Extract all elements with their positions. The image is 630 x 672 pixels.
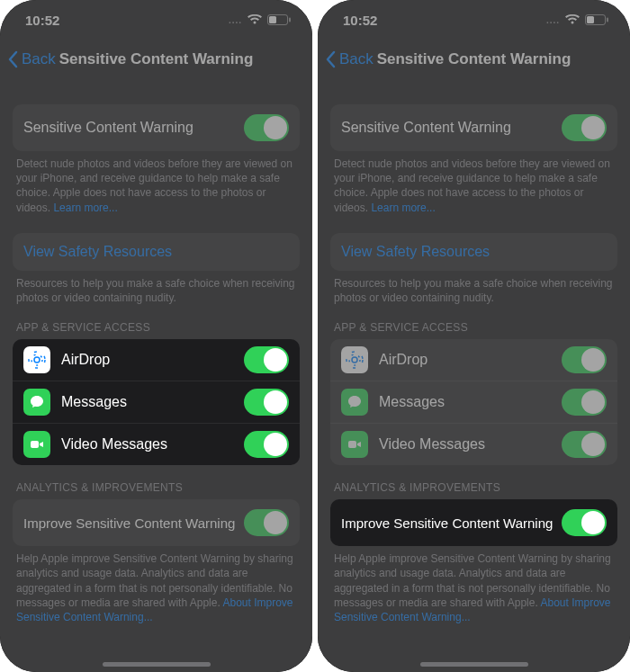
apps-section-header: APP & SERVICE ACCESS — [334, 321, 614, 334]
messages-label: Messages — [61, 394, 233, 410]
battery-icon — [585, 14, 608, 25]
sensitive-warning-footer: Detect nude photos and videos before the… — [13, 157, 300, 215]
video-messages-icon — [23, 431, 50, 458]
view-safety-resources-row[interactable]: View Safety Resources — [330, 233, 617, 271]
chevron-left-icon — [325, 50, 336, 68]
svg-rect-2 — [289, 18, 291, 22]
sensitive-warning-row[interactable]: Sensitive Content Warning — [13, 104, 300, 151]
status-time: 10:52 — [25, 13, 59, 28]
sensitive-warning-label: Sensitive Content Warning — [23, 120, 194, 136]
improve-warning-row[interactable]: Improve Sensitive Content Warning — [13, 499, 300, 546]
improve-warning-toggle[interactable] — [562, 509, 607, 536]
battery-icon — [267, 14, 291, 25]
learn-more-link[interactable]: Learn more... — [53, 202, 117, 214]
improve-warning-label: Improve Sensitive Content Warning — [341, 515, 553, 531]
sensitive-warning-footer: Detect nude photos and videos before the… — [330, 157, 617, 215]
svg-rect-8 — [587, 16, 594, 23]
view-safety-resources-row[interactable]: View Safety Resources — [13, 233, 300, 271]
phone-left: 10:52 .... Back Sensitive Content Warnin… — [0, 0, 312, 672]
apps-list: AirDrop Messages Video Messages — [330, 339, 617, 465]
resources-footer: Resources to help you make a safe choice… — [330, 276, 617, 305]
resources-footer: Resources to help you make a safe choice… — [13, 276, 300, 305]
improve-warning-row[interactable]: Improve Sensitive Content Warning — [330, 499, 617, 546]
nav-bar: Back Sensitive Content Warning — [318, 40, 630, 79]
improve-warning-toggle[interactable] — [244, 509, 289, 536]
messages-label: Messages — [379, 394, 551, 410]
svg-point-11 — [349, 354, 360, 365]
wifi-icon — [565, 14, 580, 25]
svg-rect-1 — [269, 16, 276, 23]
video-messages-label: Video Messages — [379, 436, 551, 452]
apps-list: AirDrop Messages Video Messages — [13, 339, 300, 465]
apps-section-header: APP & SERVICE ACCESS — [16, 321, 296, 334]
status-indicators: .... — [546, 14, 608, 25]
back-label: Back — [22, 50, 56, 68]
airdrop-row[interactable]: AirDrop — [330, 339, 617, 381]
svg-point-10 — [352, 357, 357, 363]
airdrop-icon — [341, 346, 368, 373]
messages-toggle[interactable] — [244, 389, 289, 416]
analytics-footer: Help Apple improve Sensitive Content War… — [330, 551, 617, 624]
airdrop-row[interactable]: AirDrop — [13, 339, 300, 381]
phone-right: 10:52 .... Back Sensitive Content Warnin… — [318, 0, 630, 672]
back-button[interactable]: Back — [325, 50, 374, 68]
sensitive-warning-row[interactable]: Sensitive Content Warning — [330, 104, 617, 151]
nav-bar: Back Sensitive Content Warning — [0, 40, 312, 79]
svg-rect-9 — [607, 18, 608, 22]
improve-warning-label: Improve Sensitive Content Warning — [23, 515, 235, 531]
home-indicator[interactable] — [103, 662, 211, 667]
airdrop-icon — [23, 346, 50, 373]
video-messages-row[interactable]: Video Messages — [13, 423, 300, 465]
airdrop-label: AirDrop — [379, 352, 551, 368]
messages-icon — [341, 389, 368, 416]
svg-point-3 — [34, 357, 40, 363]
status-time: 10:52 — [343, 13, 377, 28]
svg-point-4 — [32, 354, 42, 365]
video-messages-row[interactable]: Video Messages — [330, 423, 617, 465]
sensitive-warning-toggle[interactable] — [562, 114, 607, 141]
video-messages-toggle[interactable] — [562, 431, 607, 458]
sensitive-warning-label: Sensitive Content Warning — [341, 120, 511, 136]
recording-dots: .... — [229, 15, 242, 25]
status-indicators: .... — [229, 14, 291, 25]
analytics-section-header: ANALYTICS & IMPROVEMENTS — [16, 481, 296, 494]
analytics-section-header: ANALYTICS & IMPROVEMENTS — [334, 481, 614, 494]
back-label: Back — [339, 50, 374, 68]
status-bar: 10:52 .... — [0, 0, 312, 40]
wifi-icon — [248, 14, 262, 25]
recording-dots: .... — [546, 15, 560, 25]
chevron-left-icon — [7, 50, 18, 68]
analytics-footer: Help Apple improve Sensitive Content War… — [13, 551, 300, 624]
video-messages-label: Video Messages — [61, 436, 233, 452]
messages-icon — [23, 389, 50, 416]
svg-rect-13 — [348, 441, 356, 448]
video-messages-icon — [341, 431, 368, 458]
learn-more-link[interactable]: Learn more... — [371, 202, 435, 214]
messages-row[interactable]: Messages — [330, 381, 617, 423]
back-button[interactable]: Back — [7, 50, 56, 68]
messages-row[interactable]: Messages — [13, 381, 300, 423]
airdrop-toggle[interactable] — [562, 346, 607, 373]
svg-rect-6 — [31, 441, 39, 448]
video-messages-toggle[interactable] — [244, 431, 289, 458]
airdrop-toggle[interactable] — [244, 346, 289, 373]
airdrop-label: AirDrop — [61, 352, 233, 368]
sensitive-warning-toggle[interactable] — [244, 114, 289, 141]
messages-toggle[interactable] — [562, 389, 607, 416]
status-bar: 10:52 .... — [318, 0, 630, 40]
home-indicator[interactable] — [420, 662, 528, 667]
